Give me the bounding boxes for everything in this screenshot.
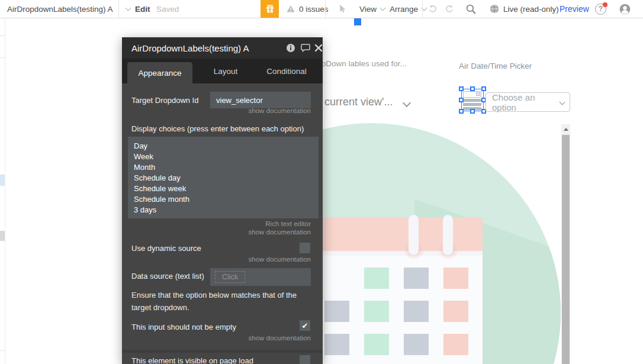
scrollbar-thumb[interactable] [562, 135, 570, 364]
panel-title: AirDropdownLabels(testing) A [131, 43, 249, 53]
redo-icon [445, 4, 454, 14]
undo-button[interactable] [428, 0, 438, 18]
issues-indicator[interactable]: 0 issues [286, 0, 329, 18]
calendar-day-cell [404, 334, 429, 355]
chevron-down-icon [380, 5, 386, 11]
property-editor-panel: AirDropdownLabels(testing) A Appearance … [122, 37, 323, 364]
arrange-menu[interactable]: Arrange [390, 0, 426, 18]
globe-icon [490, 4, 499, 14]
calendar-day-cell [364, 334, 389, 355]
click-placeholder[interactable]: Click [215, 271, 245, 283]
calendar-binder-ring [443, 215, 453, 255]
redo-button[interactable] [445, 0, 454, 18]
selection-handle[interactable] [470, 86, 475, 91]
search-icon [465, 4, 477, 15]
list-item: 3 days [134, 205, 313, 215]
canvas-text-caption[interactable]: DropDown lables used for... [308, 59, 407, 68]
notification-dot [603, 2, 607, 7]
choose-option-select[interactable]: Choose an option [486, 92, 570, 112]
canvas-text-air-picker[interactable]: Air Date/Time Picker [459, 62, 532, 70]
calendar-day-cell [324, 334, 349, 355]
calendar-day-cell [324, 301, 349, 322]
scroll-up-button[interactable] [561, 124, 570, 134]
panel-header[interactable]: AirDropdownLabels(testing) A [122, 37, 323, 59]
not-empty-label: This input should not be empty [131, 323, 236, 331]
calendar-day-cell [364, 268, 389, 289]
dropdown-widget-icon [463, 91, 481, 109]
calendar-day-cell [364, 301, 389, 322]
pointer-tool-button[interactable] [338, 0, 348, 18]
view-menu-label: View [359, 5, 377, 14]
tab-appearance[interactable]: Appearance [127, 62, 192, 83]
list-item: Schedule month [134, 194, 313, 205]
warning-icon [286, 4, 295, 14]
toolbar-separator [118, 0, 119, 18]
calendar-day-cell [443, 268, 468, 289]
offscreen-element-fragment [0, 175, 5, 186]
bubble-editor-screen: DropDown lables used for... Air Date/Tim… [0, 0, 643, 364]
selection-handle[interactable] [470, 109, 475, 114]
info-icon[interactable] [285, 43, 296, 53]
display-choices-label: Display choices (press enter between eac… [131, 124, 304, 133]
canvas-selection-marker [354, 18, 361, 25]
arrange-menu-label: Arrange [390, 5, 418, 14]
gift-icon [265, 4, 275, 14]
panel-note: Ensure that the option below matches tha… [131, 289, 314, 314]
help-button[interactable]: ? [595, 0, 606, 18]
use-dynamic-source-checkbox[interactable] [300, 243, 310, 253]
not-empty-checkbox[interactable]: ✔ [300, 320, 310, 331]
user-avatar-icon [619, 4, 631, 15]
tab-conditional[interactable]: Conditional [257, 59, 316, 83]
live-version-indicator[interactable]: Live (read-only) [490, 0, 559, 18]
calendar-binder-ring [409, 215, 419, 255]
live-version-label: Live (read-only) [503, 5, 559, 14]
visible-on-page-load-checkbox[interactable] [300, 355, 310, 364]
data-source-label: Data source (text list) [131, 272, 204, 281]
selection-handle[interactable] [459, 109, 464, 114]
selection-handle[interactable] [459, 86, 464, 91]
calendar-day-cell [443, 301, 468, 322]
element-selector-label: AirDropdownLabels(testing) A [7, 5, 113, 14]
list-item: Week [134, 152, 313, 162]
element-selector-dropdown[interactable]: AirDropdownLabels(testing) A [7, 0, 130, 18]
chevron-down-icon [560, 99, 565, 105]
show-documentation-link[interactable]: show documentation [249, 334, 311, 342]
display-choices-textarea[interactable]: DayWeekMonthSchedule daySchedule weekSch… [128, 137, 319, 218]
gift-button[interactable] [261, 0, 279, 18]
canvas-guide-line [0, 36, 5, 36]
preview-button[interactable]: Preview [560, 0, 589, 18]
tab-layout[interactable]: Layout [199, 59, 252, 83]
chevron-down-icon [125, 5, 131, 11]
search-button[interactable] [465, 0, 477, 18]
view-menu[interactable]: View [359, 0, 385, 18]
show-documentation-link[interactable]: show documentation [249, 107, 311, 114]
selection-handle[interactable] [481, 86, 486, 91]
edit-mode-button[interactable]: Edit [135, 0, 150, 18]
selection-handle[interactable] [459, 98, 464, 102]
canvas-group-scrollbar[interactable] [561, 124, 570, 364]
visible-on-page-load-label: This element is visible on page load [131, 356, 253, 364]
offscreen-element-fragment [0, 231, 5, 241]
calendar-day-cell [324, 268, 349, 289]
saved-status: Saved [156, 0, 179, 18]
target-dropdown-id-label: Target Dropdown Id [131, 96, 198, 105]
show-documentation-link[interactable]: show documentation [249, 256, 311, 263]
choose-option-placeholder: Choose an option [492, 92, 557, 112]
undo-icon [428, 4, 438, 14]
use-dynamic-source-label: Use dynamic source [131, 244, 201, 253]
panel-tab-bar: Appearance Layout Conditional [122, 59, 323, 83]
account-button[interactable] [619, 0, 631, 18]
comment-icon[interactable] [300, 43, 311, 53]
data-source-field[interactable]: Click [210, 268, 311, 286]
close-icon[interactable] [313, 43, 323, 53]
calendar-day-cell [443, 334, 468, 355]
target-dropdown-id-input[interactable]: view_selector [210, 92, 311, 108]
rich-text-editor-link[interactable]: Rich text editor [265, 220, 311, 227]
list-item: Schedule day [134, 173, 313, 183]
canvas-dropdown-current-view[interactable]: current view'... [324, 96, 393, 108]
chevron-down-icon [403, 99, 411, 107]
cursor-icon [338, 4, 348, 14]
show-documentation-link[interactable]: show documentation [249, 228, 311, 236]
toolbar-separator [422, 0, 423, 18]
selected-dropdown-element[interactable] [461, 89, 484, 111]
